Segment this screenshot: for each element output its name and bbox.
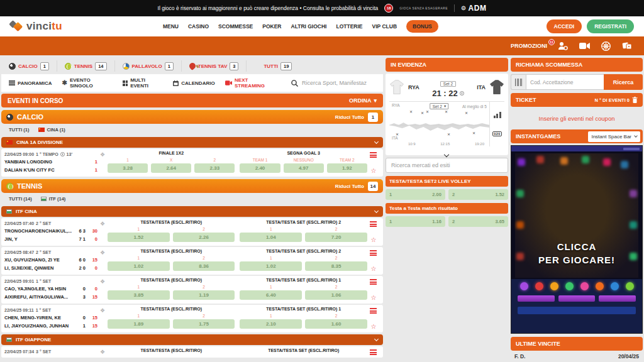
match-info[interactable]: 22/04/25 09:111 ° SET CHEN, MENG-YI/REN,… — [4, 307, 97, 330]
odd-button[interactable]: 2.26 — [173, 233, 235, 242]
games-dice-icon[interactable] — [621, 41, 633, 50]
bonus-button[interactable]: BONUS — [406, 20, 438, 33]
odd-button[interactable]: 8.35 — [305, 261, 367, 271]
tab-calcio[interactable]: CALCIO 1 — [1, 60, 57, 72]
odd-button[interactable]: 12.00 — [386, 189, 445, 200]
odd-button[interactable]: 2.10 — [240, 319, 302, 329]
accedi-button[interactable]: ACCEDI — [547, 19, 582, 33]
tab-evento-singolo[interactable]: ✱EVENTO SINGOLO — [62, 77, 113, 89]
riduci-tutto-label[interactable]: Riduci Tutto — [335, 114, 364, 120]
expand-chevron[interactable] — [389, 146, 504, 154]
odd-button[interactable]: 8.36 — [173, 261, 235, 271]
all-markets-icon[interactable] — [370, 279, 377, 285]
favorite-star-icon[interactable]: ☆ — [370, 324, 376, 330]
nav-scommesse[interactable]: SCOMMESSE — [218, 23, 253, 30]
odd-button[interactable]: 4.97 — [284, 163, 324, 173]
sport-search-input[interactable] — [302, 80, 375, 86]
all-markets-icon[interactable] — [370, 152, 377, 158]
ricerca-button[interactable]: Ricerca — [604, 74, 643, 90]
odd-button[interactable]: 1.89 — [108, 319, 170, 329]
casino-roulette-icon[interactable] — [600, 41, 611, 50]
all-markets-icon[interactable] — [370, 250, 377, 256]
match-info[interactable]: 22/04/25 09:011 ° SET CAO, YAJING/LEE, Y… — [4, 278, 97, 301]
odd-button[interactable]: 1.19 — [173, 290, 235, 300]
league-bar-cina-1a[interactable]: CINA 1A DIVISIONE — [1, 137, 383, 148]
tab-next-streaming[interactable]: NEXT STREAMING — [225, 77, 277, 89]
odd-button[interactable]: 7.20 — [305, 233, 367, 242]
market-search-input[interactable] — [386, 158, 508, 173]
stats-icon[interactable]: ❖ — [97, 220, 108, 243]
match-info[interactable]: 22/04/25 07:402 ° SET TRONGCHAROENCHAIKU… — [4, 220, 97, 243]
league-bar-itf-giappone[interactable]: ITF GIAPPONE — [1, 334, 383, 345]
odd-button[interactable]: 1.52 — [108, 233, 170, 242]
odd-button[interactable]: 2.64 — [151, 163, 191, 173]
favorite-star-icon[interactable]: ☆ — [370, 168, 376, 174]
trash-icon[interactable] — [632, 97, 638, 103]
bar-chart-icon[interactable] — [494, 112, 501, 118]
scoreboard-icon[interactable]: 020 — [492, 131, 502, 136]
tennis-section-header[interactable]: TENNIS Riduci Tutto14 — [1, 179, 383, 193]
filter-tutti[interactable]: TUTTI (1) — [9, 127, 30, 133]
odd-button[interactable]: 1.60 — [305, 319, 367, 329]
riduci-tutto-label[interactable]: Riduci Tutto — [335, 184, 364, 189]
odd-button[interactable]: 3.28 — [108, 163, 148, 173]
tab-multi-eventi[interactable]: MULTI EVENTI — [123, 77, 164, 89]
stats-icon[interactable]: ❖ — [97, 151, 108, 174]
favorite-star-icon[interactable]: ☆ — [370, 266, 376, 272]
featured-match-card[interactable]: RYA Set 2 21 : 22 ITA RYA Set 2▾ Al megl… — [386, 74, 508, 155]
nav-poker[interactable]: POKER — [262, 23, 281, 30]
code-input[interactable] — [526, 74, 604, 90]
filter-itf[interactable]: ITF (14) — [41, 196, 66, 202]
registrati-button[interactable]: REGISTRATI — [587, 19, 634, 33]
odd-button[interactable]: 1.06 — [305, 290, 367, 300]
all-markets-icon[interactable] — [370, 308, 377, 314]
match-info[interactable]: 22/04/25 07:343 ° SET — [4, 348, 97, 355]
filter-cina[interactable]: CINA (1) — [38, 127, 65, 133]
odd-button[interactable]: 1.92 — [327, 163, 367, 173]
stats-icon[interactable]: ❖ — [97, 307, 108, 330]
odd-button[interactable]: 2.33 — [194, 163, 235, 173]
tab-tutti[interactable]: TUTTI 19 — [247, 60, 299, 72]
nav-vip-club[interactable]: VIP CLUB — [372, 23, 397, 30]
favorite-star-icon[interactable]: ☆ — [370, 295, 376, 301]
ordina-button[interactable]: ORDINA▾ — [349, 97, 377, 104]
tab-panoramica[interactable]: PANORAMICA — [9, 80, 52, 86]
tab-calendario[interactable]: CALENDARIO — [173, 80, 214, 86]
league-bar-itf-cina[interactable]: ITF CINA — [1, 206, 383, 217]
odd-button[interactable]: 2.40 — [240, 163, 280, 173]
odd-button[interactable]: 21.52 — [448, 189, 508, 200]
live-streaming-icon[interactable] — [579, 41, 590, 50]
vincitu-logo[interactable]: vincitu — [10, 20, 62, 33]
stats-icon[interactable]: ❖ — [97, 278, 108, 301]
nav-menu[interactable]: MENU — [163, 23, 179, 30]
odd-button[interactable]: 11.16 — [386, 216, 445, 227]
odd-button[interactable]: 23.65 — [448, 216, 508, 227]
stats-icon[interactable]: ❖ — [97, 348, 108, 355]
game-select[interactable]: Instant Space Bar — [588, 131, 640, 142]
match-info[interactable]: 22/04/25 09:001 ° TEMPO13' YANBIAN LONGD… — [4, 151, 97, 174]
set-select-dropdown[interactable]: Set 2▾ — [430, 103, 448, 109]
favorite-star-icon[interactable]: ☆ — [370, 237, 376, 243]
tab-pallavolo[interactable]: PALLAVOLO 1 — [115, 60, 182, 72]
nav-altri-giochi[interactable]: ALTRI GIOCHI — [291, 23, 327, 30]
calcio-section-header[interactable]: CALCIO Riduci Tutto1 — [1, 110, 383, 124]
odd-button[interactable]: 1.02 — [108, 261, 170, 271]
match-info[interactable]: 22/04/25 08:472 ° SET XU, GUYU/ZHANG, ZI… — [4, 249, 97, 272]
all-markets-icon[interactable] — [370, 349, 377, 355]
nav-casino[interactable]: CASINO — [188, 23, 209, 30]
promozioni-link[interactable]: PROMOZIONI 11 — [511, 43, 547, 49]
instant-game-banner[interactable]: CLICCAPER GIOCARE! — [511, 145, 643, 334]
filter-tutti[interactable]: TUTTI (14) — [9, 196, 32, 202]
all-markets-icon[interactable] — [370, 221, 377, 227]
odd-button[interactable]: 1.02 — [240, 261, 302, 271]
odd-button[interactable]: 1.75 — [173, 319, 235, 329]
odd-button[interactable]: 3.85 — [108, 290, 170, 300]
odd-button[interactable]: 6.40 — [240, 290, 302, 300]
tab-tennis[interactable]: TENNIS 14 — [57, 60, 115, 72]
game-cta[interactable]: CLICCAPER GIOCARE! — [511, 240, 642, 266]
odd-button[interactable]: 1.04 — [240, 233, 302, 242]
account-settings-icon[interactable] — [557, 41, 569, 50]
stats-icon[interactable]: ❖ — [97, 249, 108, 272]
nav-lotterie[interactable]: LOTTERIE — [336, 23, 362, 30]
tab-tennis-tavolo[interactable]: TENNIS TAV 3 — [182, 60, 247, 72]
